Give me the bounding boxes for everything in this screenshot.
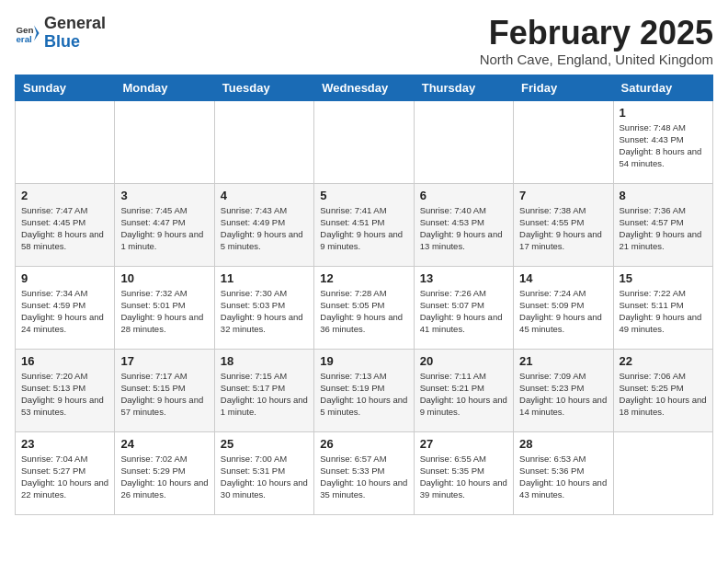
day-cell: 20Sunrise: 7:11 AM Sunset: 5:21 PM Dayli… — [414, 349, 513, 431]
weekday-thursday: Thursday — [414, 75, 513, 100]
logo-general-text: General — [44, 14, 106, 32]
day-info: Sunrise: 7:45 AM Sunset: 4:47 PM Dayligh… — [120, 204, 208, 253]
day-cell: 26Sunrise: 6:57 AM Sunset: 5:33 PM Dayli… — [314, 431, 414, 514]
day-cell: 5Sunrise: 7:41 AM Sunset: 4:51 PM Daylig… — [314, 183, 414, 266]
day-number: 6 — [420, 189, 507, 202]
day-number: 8 — [620, 189, 707, 202]
week-row-4: 23Sunrise: 7:04 AM Sunset: 5:27 PM Dayli… — [16, 431, 713, 514]
day-cell: 2Sunrise: 7:47 AM Sunset: 4:45 PM Daylig… — [16, 183, 115, 266]
day-cell — [514, 100, 613, 183]
day-info: Sunrise: 7:28 AM Sunset: 5:05 PM Dayligh… — [320, 287, 407, 336]
weekday-monday: Monday — [115, 75, 214, 100]
day-number: 5 — [320, 189, 407, 202]
day-cell: 7Sunrise: 7:38 AM Sunset: 4:55 PM Daylig… — [514, 183, 613, 266]
day-info: Sunrise: 7:48 AM Sunset: 4:43 PM Dayligh… — [620, 121, 707, 170]
calendar-body: 1Sunrise: 7:48 AM Sunset: 4:43 PM Daylig… — [16, 100, 713, 514]
day-info: Sunrise: 7:36 AM Sunset: 4:57 PM Dayligh… — [620, 204, 707, 253]
day-cell: 10Sunrise: 7:32 AM Sunset: 5:01 PM Dayli… — [115, 266, 214, 349]
day-cell: 17Sunrise: 7:17 AM Sunset: 5:15 PM Dayli… — [115, 349, 214, 431]
day-cell: 6Sunrise: 7:40 AM Sunset: 4:53 PM Daylig… — [414, 183, 513, 266]
day-cell: 14Sunrise: 7:24 AM Sunset: 5:09 PM Dayli… — [514, 266, 613, 349]
weekday-sunday: Sunday — [16, 75, 115, 100]
day-cell: 24Sunrise: 7:02 AM Sunset: 5:29 PM Dayli… — [115, 431, 214, 514]
day-cell: 8Sunrise: 7:36 AM Sunset: 4:57 PM Daylig… — [613, 183, 712, 266]
logo-blue-text: Blue — [44, 32, 80, 51]
day-info: Sunrise: 7:11 AM Sunset: 5:21 PM Dayligh… — [420, 370, 507, 419]
day-cell: 21Sunrise: 7:09 AM Sunset: 5:23 PM Dayli… — [514, 349, 613, 431]
day-cell: 27Sunrise: 6:55 AM Sunset: 5:35 PM Dayli… — [414, 431, 513, 514]
day-info: Sunrise: 7:09 AM Sunset: 5:23 PM Dayligh… — [519, 370, 607, 419]
day-info: Sunrise: 7:15 AM Sunset: 5:17 PM Dayligh… — [221, 370, 308, 419]
day-number: 9 — [21, 271, 108, 285]
day-cell: 12Sunrise: 7:28 AM Sunset: 5:05 PM Dayli… — [314, 266, 414, 349]
day-cell: 11Sunrise: 7:30 AM Sunset: 5:03 PM Dayli… — [214, 266, 313, 349]
day-info: Sunrise: 7:30 AM Sunset: 5:03 PM Dayligh… — [221, 287, 308, 336]
day-number: 25 — [221, 437, 308, 451]
day-cell — [214, 100, 313, 183]
day-info: Sunrise: 7:00 AM Sunset: 5:31 PM Dayligh… — [221, 453, 308, 501]
day-number: 21 — [519, 354, 607, 368]
day-number: 27 — [420, 437, 507, 451]
title-area: February 2025 North Cave, England, Unite… — [480, 15, 713, 67]
day-number: 24 — [120, 437, 208, 451]
day-info: Sunrise: 7:17 AM Sunset: 5:15 PM Dayligh… — [120, 370, 208, 419]
day-info: Sunrise: 7:32 AM Sunset: 5:01 PM Dayligh… — [120, 287, 208, 336]
day-cell: 22Sunrise: 7:06 AM Sunset: 5:25 PM Dayli… — [613, 349, 712, 431]
week-row-0: 1Sunrise: 7:48 AM Sunset: 4:43 PM Daylig… — [16, 100, 713, 183]
day-cell: 16Sunrise: 7:20 AM Sunset: 5:13 PM Dayli… — [16, 349, 115, 431]
logo: Gen eral General Blue — [15, 15, 106, 52]
day-info: Sunrise: 7:43 AM Sunset: 4:49 PM Dayligh… — [221, 204, 308, 253]
day-cell — [16, 100, 115, 183]
weekday-tuesday: Tuesday — [214, 75, 313, 100]
month-title: February 2025 — [480, 15, 713, 52]
svg-text:eral: eral — [16, 34, 32, 44]
calendar: SundayMondayTuesdayWednesdayThursdayFrid… — [15, 75, 713, 515]
weekday-header-row: SundayMondayTuesdayWednesdayThursdayFrid… — [16, 75, 713, 100]
day-cell: 18Sunrise: 7:15 AM Sunset: 5:17 PM Dayli… — [214, 349, 313, 431]
day-number: 10 — [120, 271, 208, 285]
day-number: 18 — [221, 354, 308, 368]
day-info: Sunrise: 6:55 AM Sunset: 5:35 PM Dayligh… — [420, 453, 507, 501]
day-cell — [613, 431, 712, 514]
week-row-1: 2Sunrise: 7:47 AM Sunset: 4:45 PM Daylig… — [16, 183, 713, 266]
day-cell: 3Sunrise: 7:45 AM Sunset: 4:47 PM Daylig… — [115, 183, 214, 266]
day-number: 11 — [221, 271, 308, 285]
day-number: 23 — [21, 437, 108, 451]
day-number: 2 — [21, 189, 108, 202]
header: Gen eral General Blue February 2025 Nort… — [15, 15, 713, 67]
day-number: 28 — [519, 437, 607, 451]
day-info: Sunrise: 7:40 AM Sunset: 4:53 PM Dayligh… — [420, 204, 507, 253]
weekday-friday: Friday — [514, 75, 613, 100]
day-cell — [115, 100, 214, 183]
day-number: 20 — [420, 354, 507, 368]
day-number: 19 — [320, 354, 407, 368]
weekday-wednesday: Wednesday — [314, 75, 414, 100]
logo-icon: Gen eral — [15, 20, 40, 46]
day-number: 14 — [519, 271, 607, 285]
day-number: 7 — [519, 189, 607, 202]
day-cell: 9Sunrise: 7:34 AM Sunset: 4:59 PM Daylig… — [16, 266, 115, 349]
weekday-saturday: Saturday — [613, 75, 712, 100]
day-number: 3 — [120, 189, 208, 202]
day-info: Sunrise: 7:41 AM Sunset: 4:51 PM Dayligh… — [320, 204, 407, 253]
day-info: Sunrise: 7:34 AM Sunset: 4:59 PM Dayligh… — [21, 287, 108, 336]
day-info: Sunrise: 7:20 AM Sunset: 5:13 PM Dayligh… — [21, 370, 108, 419]
week-row-3: 16Sunrise: 7:20 AM Sunset: 5:13 PM Dayli… — [16, 349, 713, 431]
day-number: 16 — [21, 354, 108, 368]
day-number: 12 — [320, 271, 407, 285]
day-info: Sunrise: 7:22 AM Sunset: 5:11 PM Dayligh… — [620, 287, 707, 336]
day-info: Sunrise: 6:53 AM Sunset: 5:36 PM Dayligh… — [519, 453, 607, 501]
day-info: Sunrise: 7:47 AM Sunset: 4:45 PM Dayligh… — [21, 204, 108, 253]
day-cell — [414, 100, 513, 183]
day-number: 26 — [320, 437, 407, 451]
location: North Cave, England, United Kingdom — [480, 52, 713, 67]
day-cell: 23Sunrise: 7:04 AM Sunset: 5:27 PM Dayli… — [16, 431, 115, 514]
day-cell: 4Sunrise: 7:43 AM Sunset: 4:49 PM Daylig… — [214, 183, 313, 266]
day-number: 13 — [420, 271, 507, 285]
day-number: 22 — [620, 354, 707, 368]
day-cell: 19Sunrise: 7:13 AM Sunset: 5:19 PM Dayli… — [314, 349, 414, 431]
week-row-2: 9Sunrise: 7:34 AM Sunset: 4:59 PM Daylig… — [16, 266, 713, 349]
day-info: Sunrise: 7:02 AM Sunset: 5:29 PM Dayligh… — [120, 453, 208, 501]
day-number: 1 — [620, 106, 707, 120]
day-cell: 13Sunrise: 7:26 AM Sunset: 5:07 PM Dayli… — [414, 266, 513, 349]
